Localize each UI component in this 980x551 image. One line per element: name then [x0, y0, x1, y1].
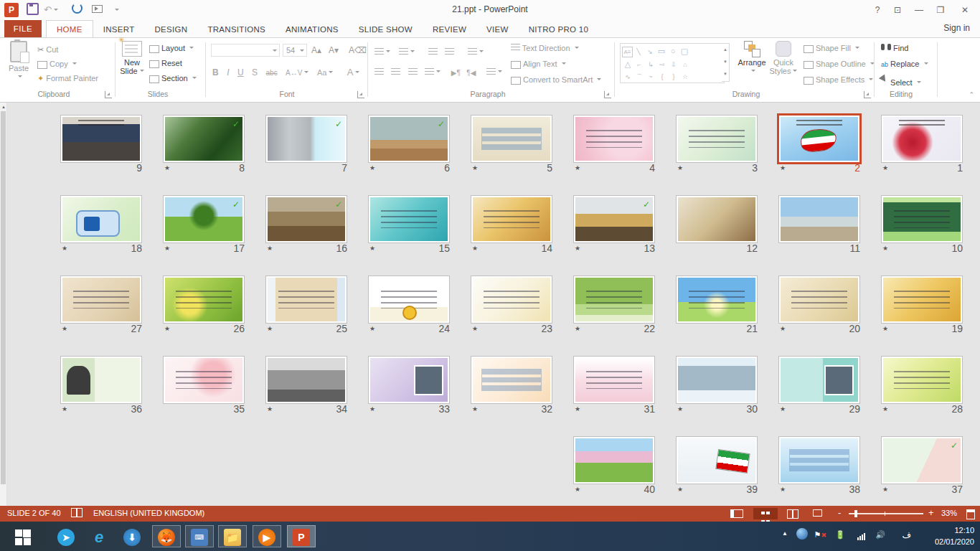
drawing-dialog-launcher[interactable] [864, 91, 871, 98]
bullets-button[interactable] [374, 48, 384, 55]
font-color-button[interactable]: A [347, 67, 360, 77]
slide-thumbnail-20[interactable] [778, 276, 860, 324]
scribble-shape-icon[interactable]: ∿ [622, 72, 633, 82]
animation-star-indicator[interactable]: ★ [882, 486, 888, 493]
power-battery-icon[interactable]: 🔋 [835, 530, 845, 540]
scrollbar-thumb[interactable] [1, 111, 6, 484]
clear-formatting-button[interactable]: A⌫ [349, 45, 367, 55]
left-brace-shape-icon[interactable]: { [656, 72, 668, 82]
taskbar-clock[interactable]: 12:10 02/01/2020 [935, 524, 974, 547]
italic-button[interactable]: I [227, 67, 229, 77]
justify-button[interactable] [425, 68, 434, 75]
align-right-button[interactable] [408, 68, 418, 75]
bold-button[interactable]: B [212, 67, 219, 77]
slide-thumbnail-22[interactable] [573, 276, 655, 324]
paste-button[interactable]: Paste [6, 41, 32, 81]
arrow-shape-icon[interactable]: ↘ [644, 47, 656, 57]
animation-star-indicator[interactable]: ★ [164, 164, 170, 171]
elbow-shape-icon[interactable]: ⌐ [633, 60, 645, 70]
font-dialog-launcher[interactable] [357, 91, 364, 98]
taskbar-media-player[interactable]: ▶ [253, 525, 281, 547]
minimize-button[interactable]: — [910, 3, 928, 17]
replace-button[interactable]: ab Replace [881, 60, 928, 68]
animation-star-indicator[interactable]: ★ [882, 405, 888, 413]
zoom-slider-thumb[interactable] [854, 510, 857, 517]
tab-home[interactable]: HOME [46, 20, 93, 37]
slide-thumbnail-9[interactable] [60, 115, 142, 163]
animation-star-indicator[interactable]: ★ [882, 325, 888, 332]
font-size-combo[interactable]: 54 [283, 44, 307, 57]
shape-effects-button[interactable]: Shape Effects [804, 75, 873, 85]
slide-thumbnail-32[interactable] [471, 356, 552, 404]
animation-star-indicator[interactable]: ★ [267, 325, 273, 332]
down-arrow-shape-icon[interactable]: ⇩ [668, 60, 679, 70]
character-spacing-button[interactable]: A↔V [286, 69, 308, 77]
columns-button[interactable] [486, 68, 496, 75]
scrollbar-up-icon[interactable]: ▲ [1, 104, 6, 110]
new-slide-button[interactable]: NewSlide [119, 41, 145, 75]
slide-thumbnail-19[interactable] [881, 276, 963, 324]
slide-thumbnail-17[interactable]: ✓ [163, 195, 245, 243]
slide-thumbnail-6[interactable]: ✓ [368, 115, 450, 163]
slideshow-view-button[interactable] [811, 508, 824, 519]
oval-shape-icon[interactable]: ○ [667, 47, 679, 56]
textbox-shape-icon[interactable]: A≡ [622, 47, 633, 57]
animation-star-indicator[interactable]: ★ [267, 405, 273, 413]
animation-star-indicator[interactable]: ★ [267, 245, 273, 252]
slide-thumbnail-36[interactable] [60, 356, 142, 404]
animation-star-indicator[interactable]: ★ [575, 164, 580, 171]
rectangle-shape-icon[interactable]: ▭ [656, 47, 667, 56]
network-signal-icon[interactable] [857, 533, 865, 542]
animation-star-indicator[interactable]: ★ [780, 164, 786, 171]
tab-animations[interactable]: ANIMATIONS [275, 21, 349, 38]
align-center-button[interactable] [391, 68, 400, 75]
slide-thumbnail-23[interactable] [471, 276, 552, 324]
animation-star-indicator[interactable]: ★ [575, 405, 580, 413]
rtl-direction-button[interactable]: ¶◀ [466, 69, 476, 77]
slide-thumbnail-2[interactable] [777, 113, 862, 164]
animation-star-indicator[interactable]: ★ [369, 325, 375, 332]
strikethrough-button[interactable]: abc [266, 69, 278, 77]
animation-star-indicator[interactable]: ★ [369, 164, 375, 171]
shape-outline-button[interactable]: Shape Outline [804, 60, 875, 69]
tab-slide-show[interactable]: SLIDE SHOW [349, 21, 423, 38]
normal-view-button[interactable] [730, 508, 743, 519]
elbow-arrow-shape-icon[interactable]: ↳ [645, 60, 656, 70]
zoom-out-button[interactable]: - [838, 507, 841, 518]
underline-button[interactable]: U [237, 67, 244, 77]
slide-counter[interactable]: SLIDE 2 OF 40 [7, 509, 61, 517]
tray-app-icon[interactable] [796, 528, 808, 541]
animation-star-indicator[interactable]: ★ [472, 164, 478, 171]
tab-review[interactable]: REVIEW [423, 21, 476, 38]
restore-button[interactable]: ❐ [931, 3, 950, 17]
slide-thumbnail-11[interactable] [778, 195, 860, 243]
spellcheck-icon[interactable] [70, 508, 83, 519]
ltr-direction-button[interactable]: ▶¶ [451, 69, 461, 77]
sign-in-link[interactable]: Sign in [943, 23, 970, 33]
taskbar-idm[interactable]: ⬇ [118, 525, 146, 547]
slide-thumbnail-16[interactable]: ✓ [265, 195, 347, 243]
slide-thumbnail-26[interactable] [163, 276, 245, 324]
animation-star-indicator[interactable]: ★ [472, 325, 478, 332]
slide-thumbnail-3[interactable] [676, 115, 758, 163]
collapse-ribbon-button[interactable]: ⌃ [969, 91, 974, 98]
pentagon-shape-icon[interactable]: ⌂ [679, 60, 691, 70]
slide-thumbnail-35[interactable] [163, 356, 245, 404]
triangle-shape-icon[interactable]: △ [622, 60, 633, 69]
taskbar-firefox[interactable]: 🦊 [152, 525, 181, 547]
slide-thumbnail-18[interactable] [60, 195, 142, 243]
layout-button[interactable]: Layout [149, 44, 194, 53]
quick-styles-button[interactable]: QuickStyles [769, 41, 798, 75]
align-text-button[interactable]: Align Text [511, 60, 566, 69]
input-language-indicator[interactable]: ف [903, 530, 911, 540]
curve-shape-icon[interactable]: ~ [645, 72, 656, 82]
copy-button[interactable]: Copy [37, 60, 77, 69]
action-center-flag-icon[interactable]: ⚑✖ [814, 530, 826, 540]
convert-smartart-button[interactable]: Convert to SmartArt [511, 75, 601, 85]
tab-view[interactable]: VIEW [476, 21, 519, 38]
star-shape-icon[interactable]: ☆ [679, 72, 691, 82]
animation-star-indicator[interactable]: ★ [677, 486, 683, 493]
taskbar-remote-keyboard[interactable]: ⌨ [185, 525, 214, 547]
animation-star-indicator[interactable]: ★ [369, 405, 375, 413]
zoom-percentage[interactable]: 33% [941, 509, 957, 517]
